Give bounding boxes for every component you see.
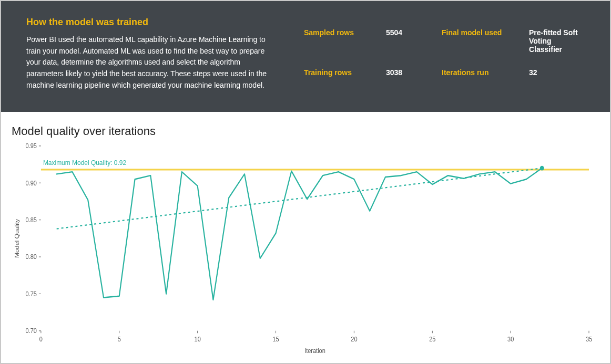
stat-sampled-rows-value: 5504: [386, 28, 433, 54]
training-intro: How the model was trained Power BI used …: [26, 17, 279, 91]
svg-text:0.70: 0.70: [26, 328, 37, 335]
training-description: Power BI used the automated ML capabilit…: [26, 34, 279, 91]
stat-iterations-run-value: 32: [529, 68, 585, 77]
max-quality-annotation: Maximum Model Quality: 0.92: [43, 159, 126, 167]
chart-title: Model quality over iterations: [12, 124, 599, 138]
stat-sampled-rows-label: Sampled rows: [304, 28, 378, 54]
stat-final-model-label: Final model used: [442, 28, 521, 54]
svg-text:0.95: 0.95: [26, 143, 37, 150]
svg-text:0.85: 0.85: [26, 217, 37, 224]
training-title: How the model was trained: [26, 17, 279, 28]
svg-text:0.90: 0.90: [26, 180, 37, 187]
stat-iterations-run-label: Iterations run: [442, 68, 521, 77]
svg-text:0: 0: [39, 336, 43, 343]
stat-training-rows-value: 3038: [386, 68, 433, 77]
svg-text:30: 30: [507, 336, 514, 343]
svg-text:0.75: 0.75: [26, 291, 37, 298]
final-point-marker: [540, 166, 544, 171]
chart-holder: 0.700.750.800.850.900.9505101520253035It…: [12, 141, 599, 357]
model-quality-series: [57, 169, 542, 300]
svg-text:0.80: 0.80: [26, 254, 37, 261]
svg-text:10: 10: [195, 336, 201, 343]
svg-text:Model Quality: Model Quality: [14, 219, 20, 258]
chart-svg: 0.700.750.800.850.900.9505101520253035It…: [12, 141, 599, 357]
svg-text:Iteration: Iteration: [304, 348, 325, 355]
training-stats: Sampled rows 5504 Final model used Pre-f…: [304, 17, 585, 91]
training-header: How the model was trained Power BI used …: [1, 1, 610, 112]
stat-training-rows-label: Training rows: [304, 68, 378, 77]
chart-section: Model quality over iterations 0.700.750.…: [1, 112, 610, 363]
svg-text:15: 15: [272, 336, 279, 343]
svg-text:5: 5: [118, 336, 121, 343]
stat-final-model-value: Pre-fitted Soft Voting Classifier: [529, 28, 585, 54]
page-root: How the model was trained Power BI used …: [0, 0, 611, 364]
svg-text:35: 35: [586, 336, 592, 343]
svg-text:20: 20: [351, 336, 357, 343]
svg-text:25: 25: [429, 336, 435, 343]
